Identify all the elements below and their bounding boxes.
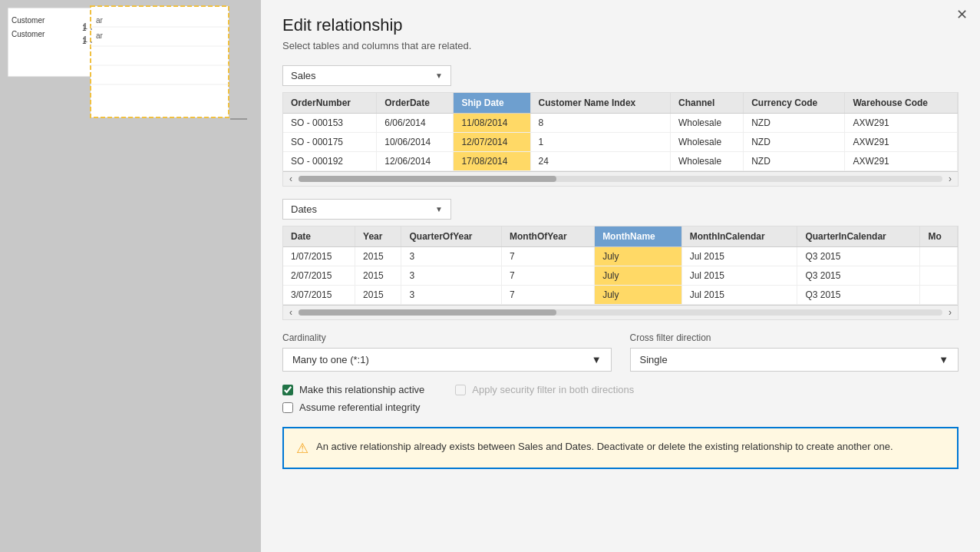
col-quarterincalendar: QuarterInCalendar [797, 226, 920, 247]
cross-filter-group: Cross filter direction Single ▼ [630, 332, 959, 372]
table1-dropdown-arrow: ▼ [435, 71, 443, 80]
checkboxes-right: Apply security filter in both directions [455, 384, 634, 419]
security-filter-label: Apply security filter in both directions [472, 384, 634, 395]
modal-subtitle: Select tables and columns that are relat… [282, 40, 959, 51]
col-year: Year [355, 226, 401, 247]
table1-scroll-thumb [299, 176, 556, 182]
table2-row: 3/07/2015201537JulyJul 2015Q3 2015 [283, 286, 958, 305]
table2-scrollbar[interactable]: ‹ › [283, 305, 958, 319]
table2-dropdown-value: Dates [291, 203, 317, 215]
table1-row: SO - 00019212/06/201417/08/201424Wholesa… [283, 152, 958, 171]
security-filter-row: Apply security filter in both directions [455, 384, 634, 395]
table1-scroll-left[interactable]: ‹ [286, 174, 295, 184]
col-monthofyear: MonthOfYear [501, 226, 594, 247]
warning-banner: ⚠ An active relationship already exists … [282, 427, 959, 469]
make-active-label: Make this relationship active [299, 384, 424, 395]
diagram-svg: Customer Customer 1 1 ar ar 1 1 [0, 0, 261, 552]
warning-icon: ⚠ [296, 440, 309, 457]
table1-scroll-right[interactable]: › [945, 174, 955, 184]
table2-scroll-thumb [299, 309, 556, 316]
table2-scroll-track[interactable] [299, 309, 942, 316]
col-ordernumber: OrderNumber [283, 93, 377, 114]
table2-scroll-left[interactable]: ‹ [286, 307, 295, 318]
security-filter-checkbox [455, 385, 466, 395]
cardinality-arrow: ▼ [592, 354, 602, 365]
table1-row: SO - 00017510/06/201412/07/20141Wholesal… [283, 133, 958, 152]
edit-relationship-modal: ✕ Edit relationship Select tables and co… [261, 0, 980, 552]
referential-integrity-checkbox[interactable] [282, 402, 293, 413]
table2-header-row: Date Year QuarterOfYear MonthOfYear Mont… [283, 226, 958, 247]
table1-header-row: OrderNumber OrderDate Ship Date Customer… [283, 93, 958, 114]
make-active-checkbox[interactable] [282, 385, 293, 395]
table1-row: SO - 0001536/06/201411/08/20148Wholesale… [283, 114, 958, 133]
svg-text:1: 1 [82, 37, 87, 45]
col-mo: Mo [920, 226, 958, 247]
referential-integrity-label: Assume referential integrity [299, 402, 421, 413]
warning-text: An active relationship already exists be… [316, 439, 893, 454]
table1-container: OrderNumber OrderDate Ship Date Customer… [282, 92, 959, 187]
referential-integrity-row: Assume referential integrity [282, 402, 424, 413]
table1-scroll-track[interactable] [299, 176, 942, 182]
table2-row: 1/07/2015201537JulyJul 2015Q3 2015 [283, 247, 958, 266]
cardinality-label: Cardinality [282, 332, 612, 343]
table1-data: OrderNumber OrderDate Ship Date Customer… [283, 93, 958, 171]
table2-container: Date Year QuarterOfYear MonthOfYear Mont… [282, 226, 959, 320]
col-currencycode: Currency Code [744, 93, 845, 114]
table2-row: 2/07/2015201537JulyJul 2015Q3 2015 [283, 266, 958, 286]
cardinality-value: Many to one (*:1) [292, 354, 369, 365]
bottom-controls: Cardinality Many to one (*:1) ▼ Cross fi… [282, 332, 959, 372]
table2-dropdown[interactable]: Dates ▼ [282, 199, 451, 220]
col-monthincalendar: MonthInCalendar [681, 226, 797, 247]
cross-filter-label: Cross filter direction [630, 332, 959, 343]
cross-filter-arrow: ▼ [939, 354, 949, 365]
diagram-background: Customer Customer 1 1 ar ar 1 1 [0, 0, 261, 552]
cross-filter-dropdown[interactable]: Single ▼ [630, 348, 959, 372]
table1-scrollbar[interactable]: ‹ › [283, 171, 958, 186]
col-quarterofyear: QuarterOfYear [401, 226, 502, 247]
cardinality-dropdown[interactable]: Many to one (*:1) ▼ [282, 348, 612, 372]
svg-text:Customer: Customer [12, 30, 45, 38]
make-active-row: Make this relationship active [282, 384, 424, 395]
table2-data: Date Year QuarterOfYear MonthOfYear Mont… [283, 226, 958, 305]
col-shipdate: Ship Date [454, 93, 530, 114]
col-warehousecode: Warehouse Code [845, 93, 958, 114]
table1-dropdown-value: Sales [291, 70, 316, 81]
col-monthname: MonthName [595, 226, 682, 247]
svg-text:Customer: Customer [12, 16, 45, 25]
cardinality-group: Cardinality Many to one (*:1) ▼ [282, 332, 612, 372]
svg-text:ar: ar [96, 31, 104, 40]
table1-dropdown[interactable]: Sales ▼ [282, 65, 451, 86]
col-customernameidx: Customer Name Index [530, 93, 670, 114]
col-channel: Channel [671, 93, 744, 114]
col-date: Date [283, 226, 355, 247]
table2-scroll-right[interactable]: › [945, 307, 955, 318]
svg-rect-5 [91, 6, 229, 117]
svg-text:1: 1 [82, 24, 87, 32]
table2-dropdown-arrow: ▼ [435, 205, 443, 213]
cross-filter-value: Single [640, 354, 668, 365]
checkboxes-left: Make this relationship active Assume ref… [282, 384, 424, 419]
svg-text:ar: ar [96, 16, 104, 25]
col-orderdate: OrderDate [377, 93, 454, 114]
modal-title: Edit relationship [282, 15, 959, 35]
close-button[interactable]: ✕ [956, 8, 968, 21]
